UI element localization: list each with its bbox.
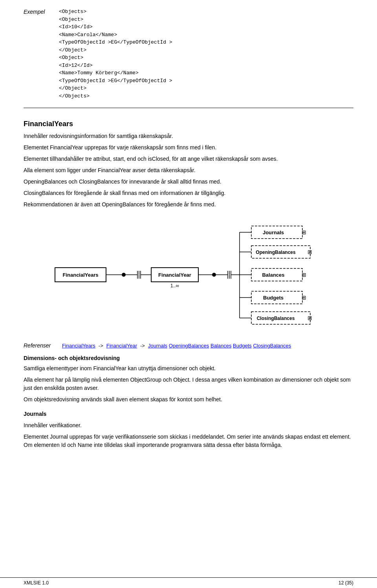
svg-text:⊞: ⊞ [302,272,306,278]
ref-arrow1: -> [99,343,103,349]
ref-link-budgets[interactable]: Budgets [233,343,252,349]
svg-text:Balances: Balances [262,272,284,278]
financial-years-para1: Innehåller redovisningsinformation för s… [24,132,353,140]
svg-text:⊞: ⊞ [307,249,312,255]
dimensions-para4: Om objektsredovisning används skall även… [24,395,353,404]
financial-years-para6: ClosingBalances för föregående år skall … [24,189,353,197]
example-label: Exempel [24,8,51,100]
svg-text:⊞: ⊞ [307,315,312,321]
ref-link-financial-years[interactable]: FinancialYears [62,343,95,349]
financial-years-para4: Alla element som ligger under FinancialY… [24,166,353,175]
footer-right: 12 (35) [339,580,353,586]
svg-text:OpeningBalances: OpeningBalances [256,250,296,255]
journals-heading: Journals [24,410,353,418]
svg-point-3 [122,273,126,277]
dimensions-para234: Alla element har på lämplig nivå element… [24,376,353,392]
svg-text:1..∞: 1..∞ [170,283,179,288]
diagram-container: FinancialYears FinancialYear 1..∞ [24,220,353,331]
svg-text:⊞: ⊞ [302,229,306,235]
ref-link-balances[interactable]: Balances [210,343,231,349]
footer: XMLSIE 1.0 12 (35) [0,577,377,588]
references-label: Referenser [24,342,59,349]
ref-link-openingbalances[interactable]: OpeningBalances [169,343,209,349]
financial-years-para5: OpeningBalances och ClosingBalances för … [24,178,353,186]
ref-link-journals[interactable]: Journals [148,343,167,349]
svg-text:FinancialYear: FinancialYear [158,272,191,278]
ref-arrow2: -> [140,343,145,349]
svg-point-13 [212,273,216,277]
diagram-svg: FinancialYears FinancialYear 1..∞ [51,220,326,331]
svg-text:⊞: ⊞ [302,294,306,301]
financial-years-para7: Rekommendationen är även att OpeningBala… [24,200,353,209]
ref-link-closingbalances[interactable]: ClosingBalances [253,343,291,349]
financial-years-heading: FinancialYears [24,120,353,128]
svg-text:ClosingBalances: ClosingBalances [257,316,295,321]
page-content: Exempel <Objects> <Object> <Id>10</Id> <… [0,0,377,468]
journals-para2: Elementet Journal upprepas för varje ver… [24,433,353,449]
svg-text:FinancialYears: FinancialYears [62,272,98,278]
dimensions-para1: Samtliga elementtyper inom FinancialYear… [24,364,353,373]
svg-text:Budgets: Budgets [263,295,284,301]
financial-years-para3: Elementet tillhandahåller tre attribut, … [24,155,353,163]
code-block: <Objects> <Object> <Id>10</Id> <Name>Car… [59,8,172,100]
svg-text:Journals: Journals [263,230,284,235]
references-line: Referenser FinancialYears -> FinancialYe… [24,342,353,349]
dimensions-heading: Dimensions- och objektsredovisning [24,355,353,361]
journals-para1: Innehåller verifikationer. [24,421,353,430]
footer-left: XMLSIE 1.0 [24,580,49,586]
financial-years-para2: Elementet FinancialYear upprepas för var… [24,143,353,152]
example-section: Exempel <Objects> <Object> <Id>10</Id> <… [24,8,353,108]
ref-link-financial-year[interactable]: FinancialYear [106,343,137,349]
ref-links-group: Journals OpeningBalances Balances Budget… [148,343,291,349]
